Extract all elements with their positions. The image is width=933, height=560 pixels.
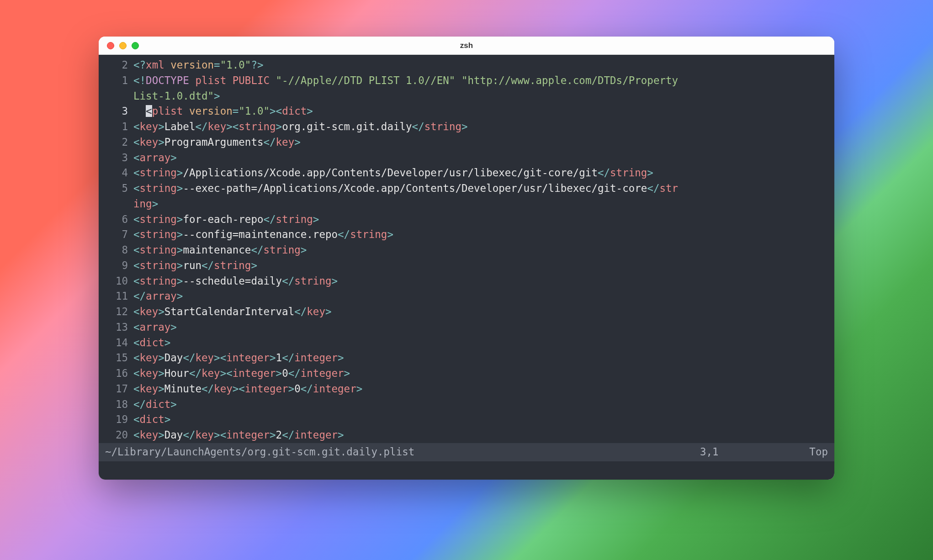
line-number bbox=[105, 89, 133, 104]
window-title: zsh bbox=[99, 41, 834, 50]
line-number: 20 bbox=[105, 428, 133, 443]
editor-line[interactable]: 11</array> bbox=[99, 289, 834, 304]
code-text: <key>StartCalendarInterval</key> bbox=[133, 304, 828, 320]
editor-line[interactable]: 13<array> bbox=[99, 320, 834, 335]
line-number: 15 bbox=[105, 350, 133, 366]
line-number: 18 bbox=[105, 397, 133, 412]
code-text: ing> bbox=[133, 196, 828, 212]
editor-line[interactable]: 3<array> bbox=[99, 150, 834, 166]
editor-line[interactable]: 8<string>maintenance</string> bbox=[99, 243, 834, 258]
titlebar[interactable]: zsh bbox=[99, 37, 834, 55]
line-number bbox=[105, 196, 133, 212]
editor-line[interactable]: 16<key>Hour</key><integer>0</integer> bbox=[99, 366, 834, 381]
editor-line[interactable]: 12<key>StartCalendarInterval</key> bbox=[99, 304, 834, 320]
editor-line[interactable]: 1<key>Label</key><string>org.git-scm.git… bbox=[99, 119, 834, 135]
line-number: 16 bbox=[105, 366, 133, 381]
code-text: <string>/Applications/Xcode.app/Contents… bbox=[133, 165, 828, 181]
editor-line[interactable]: 17<key>Minute</key><integer>0</integer> bbox=[99, 381, 834, 397]
code-text: <array> bbox=[133, 150, 828, 166]
line-number: 9 bbox=[105, 258, 133, 274]
traffic-lights bbox=[99, 42, 139, 49]
editor-line[interactable]: List-1.0.dtd"> bbox=[99, 89, 834, 104]
editor-line[interactable]: 10<string>--schedule=daily</string> bbox=[99, 274, 834, 289]
line-number: 3 bbox=[105, 150, 133, 166]
line-number: 14 bbox=[105, 335, 133, 351]
line-number: 2 bbox=[105, 135, 133, 150]
code-text: </array> bbox=[133, 289, 828, 304]
editor-line[interactable]: 9<string>run</string> bbox=[99, 258, 834, 274]
line-number: 6 bbox=[105, 212, 133, 227]
line-number: 7 bbox=[105, 227, 133, 243]
line-number: 3 bbox=[105, 104, 133, 119]
line-number: 4 bbox=[105, 165, 133, 181]
close-button[interactable] bbox=[107, 42, 114, 49]
editor-line[interactable]: 19<dict> bbox=[99, 412, 834, 428]
code-text: <key>Label</key><string>org.git-scm.git.… bbox=[133, 119, 828, 135]
code-text: <!DOCTYPE plist PUBLIC "-//Apple//DTD PL… bbox=[133, 73, 828, 89]
line-number: 17 bbox=[105, 381, 133, 397]
status-file: ~/Library/LaunchAgents/org.git-scm.git.d… bbox=[105, 444, 700, 460]
terminal-content[interactable]: 2<?xml version="1.0"?>1<!DOCTYPE plist P… bbox=[99, 55, 834, 480]
editor-line[interactable]: 2<?xml version="1.0"?> bbox=[99, 58, 834, 73]
editor-line[interactable]: 20<key>Day</key><integer>2</integer> bbox=[99, 428, 834, 443]
line-number: 1 bbox=[105, 73, 133, 89]
code-text: <key>Hour</key><integer>0</integer> bbox=[133, 366, 828, 381]
code-text: <key>ProgramArguments</key> bbox=[133, 135, 828, 150]
editor-line[interactable]: 5<string>--exec-path=/Applications/Xcode… bbox=[99, 181, 834, 196]
code-text: <plist version="1.0"><dict> bbox=[133, 104, 828, 119]
zoom-button[interactable] bbox=[132, 42, 139, 49]
code-text: <string>--exec-path=/Applications/Xcode.… bbox=[133, 181, 828, 196]
code-text: </dict> bbox=[133, 397, 828, 412]
line-number: 10 bbox=[105, 274, 133, 289]
code-text: <?xml version="1.0"?> bbox=[133, 58, 828, 73]
code-text: <array> bbox=[133, 320, 828, 335]
editor-line[interactable]: 6<string>for-each-repo</string> bbox=[99, 212, 834, 227]
editor-line[interactable]: 7<string>--config=maintenance.repo</stri… bbox=[99, 227, 834, 243]
line-number: 5 bbox=[105, 181, 133, 196]
code-text: <dict> bbox=[133, 412, 828, 428]
editor-line[interactable]: ing> bbox=[99, 196, 834, 212]
code-text: <string>for-each-repo</string> bbox=[133, 212, 828, 227]
code-text: <string>maintenance</string> bbox=[133, 243, 828, 258]
code-text: <key>Day</key><integer>2</integer> bbox=[133, 428, 828, 443]
vim-statusbar: ~/Library/LaunchAgents/org.git-scm.git.d… bbox=[99, 443, 834, 461]
editor-line[interactable]: 14<dict> bbox=[99, 335, 834, 351]
code-text: <key>Day</key><integer>1</integer> bbox=[133, 350, 828, 366]
code-text: <string>--config=maintenance.repo</strin… bbox=[133, 227, 828, 243]
minimize-button[interactable] bbox=[119, 42, 127, 49]
status-scroll: Top bbox=[791, 444, 828, 460]
code-text: <string>run</string> bbox=[133, 258, 828, 274]
line-number: 8 bbox=[105, 243, 133, 258]
status-pos: 3,1 bbox=[700, 444, 791, 460]
code-text: List-1.0.dtd"> bbox=[133, 89, 828, 104]
code-text: <dict> bbox=[133, 335, 828, 351]
code-text: <string>--schedule=daily</string> bbox=[133, 274, 828, 289]
terminal-window: zsh 2<?xml version="1.0"?>1<!DOCTYPE pli… bbox=[99, 37, 834, 480]
editor-line[interactable]: 2<key>ProgramArguments</key> bbox=[99, 135, 834, 150]
line-number: 2 bbox=[105, 58, 133, 73]
line-number: 1 bbox=[105, 119, 133, 135]
editor-line[interactable]: 15<key>Day</key><integer>1</integer> bbox=[99, 350, 834, 366]
line-number: 13 bbox=[105, 320, 133, 335]
editor-line[interactable]: 1<!DOCTYPE plist PUBLIC "-//Apple//DTD P… bbox=[99, 73, 834, 89]
code-text: <key>Minute</key><integer>0</integer> bbox=[133, 381, 828, 397]
editor-line[interactable]: 3 <plist version="1.0"><dict> bbox=[99, 104, 834, 119]
line-number: 19 bbox=[105, 412, 133, 428]
editor-line[interactable]: 4<string>/Applications/Xcode.app/Content… bbox=[99, 165, 834, 181]
line-number: 12 bbox=[105, 304, 133, 320]
editor-line[interactable]: 18</dict> bbox=[99, 397, 834, 412]
line-number: 11 bbox=[105, 289, 133, 304]
